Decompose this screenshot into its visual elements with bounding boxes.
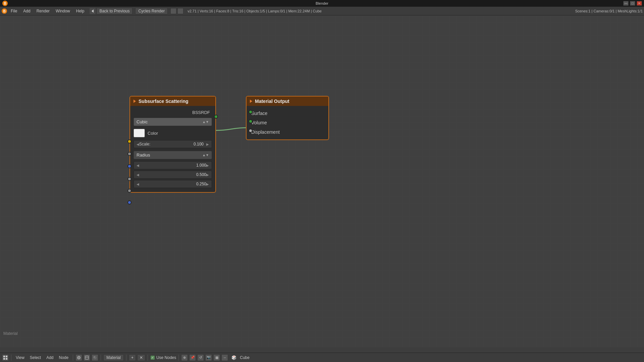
add-material-button[interactable]: + bbox=[129, 354, 136, 361]
right-status: Scenes:1 | Cameras:0/1 | MeshLights:1/1 bbox=[575, 9, 643, 13]
snap-icon[interactable] bbox=[75, 354, 82, 361]
cycles-render-dropdown[interactable]: Cycles Render bbox=[135, 8, 168, 14]
window-menu[interactable]: Window bbox=[53, 8, 73, 14]
socket-scale-input[interactable] bbox=[127, 152, 131, 156]
radius1-value: 1.000 bbox=[139, 163, 206, 168]
svg-text:B: B bbox=[4, 2, 6, 5]
view-menu-bottom[interactable]: View bbox=[14, 355, 26, 361]
title-bar: B Blender — □ ✕ bbox=[0, 0, 644, 7]
node-sss-header[interactable]: Subsurface Scattering bbox=[130, 97, 215, 106]
radius-field-1[interactable]: ◀ 1.000 ▶ bbox=[133, 161, 212, 169]
camera-icon[interactable]: 📷 bbox=[205, 354, 212, 361]
node-editor-icon[interactable] bbox=[2, 354, 9, 361]
material-icon[interactable] bbox=[92, 354, 98, 361]
radius2-left-arrow[interactable]: ◀ bbox=[137, 173, 139, 177]
separator-3 bbox=[101, 355, 101, 361]
help-menu[interactable]: Help bbox=[73, 8, 87, 14]
separator-5 bbox=[148, 355, 148, 361]
socket-displacement-input[interactable] bbox=[249, 129, 253, 133]
socket-radius3-input[interactable] bbox=[127, 200, 131, 204]
node-sss-title: Subsurface Scattering bbox=[139, 99, 189, 104]
texture-icon[interactable] bbox=[84, 354, 90, 361]
status-info: v2.71 | Verts:16 | Faces:8 | Tris:16 | O… bbox=[187, 9, 322, 13]
use-nodes-row: ✓ Use Nodes bbox=[150, 355, 176, 360]
surface-label: Surface bbox=[251, 111, 267, 116]
socket-volume-input[interactable] bbox=[249, 119, 253, 123]
radius1-right-arrow[interactable]: ▶ bbox=[206, 164, 209, 167]
maximize-button[interactable]: □ bbox=[630, 1, 635, 6]
render-menu[interactable]: Render bbox=[34, 8, 52, 14]
center-icon[interactable]: ⊕ bbox=[181, 354, 188, 361]
node-collapse-icon[interactable] bbox=[133, 100, 136, 103]
svg-text:B: B bbox=[3, 9, 5, 13]
material-dropdown[interactable]: Material bbox=[103, 354, 124, 361]
socket-color-input[interactable] bbox=[127, 139, 131, 143]
scale-left-arrow[interactable]: ◀ bbox=[137, 142, 139, 146]
svg-rect-6 bbox=[3, 356, 5, 357]
svg-point-11 bbox=[78, 357, 79, 358]
pin-icon[interactable]: 📌 bbox=[189, 354, 196, 361]
add-menu[interactable]: Add bbox=[20, 8, 33, 14]
menu-bar: B File Add Render Window Help Back to Pr… bbox=[0, 7, 644, 15]
node-sss-body: BSSRDF Cubic ▲▼ Color ◀ Scale: 0.100 bbox=[130, 106, 215, 192]
window-controls: — □ ✕ bbox=[623, 1, 642, 6]
node-subsurface-scattering: Subsurface Scattering BSSRDF Cubic ▲▼ Co… bbox=[129, 96, 216, 193]
back-to-previous-button[interactable]: Back to Previous bbox=[96, 8, 132, 14]
radius-dropdown-row: Radius ▲▼ bbox=[133, 151, 212, 159]
color-row: Color bbox=[133, 129, 212, 137]
socket-radius2-input[interactable] bbox=[127, 189, 131, 193]
separator-4 bbox=[126, 355, 126, 361]
node-editor-canvas[interactable]: Subsurface Scattering BSSRDF Cubic ▲▼ Co… bbox=[0, 15, 644, 347]
radius-label: Radius bbox=[137, 153, 150, 158]
socket-radius1-input[interactable] bbox=[127, 177, 131, 181]
volume-row: Volume bbox=[251, 118, 324, 127]
socket-surface-input[interactable] bbox=[249, 110, 253, 114]
refresh-icon[interactable]: ↺ bbox=[197, 354, 204, 361]
dropdown-arrow-icon: ▲▼ bbox=[202, 120, 209, 124]
scatter-type-value: Cubic bbox=[137, 119, 148, 124]
node-output-collapse-icon[interactable] bbox=[250, 100, 252, 103]
radius1-left-arrow[interactable]: ◀ bbox=[137, 164, 139, 167]
socket-bssrdf-output[interactable] bbox=[214, 115, 218, 119]
color-swatch[interactable] bbox=[133, 129, 145, 137]
node-output-title: Material Output bbox=[255, 99, 289, 104]
node-output-header[interactable]: Material Output bbox=[247, 97, 328, 106]
svg-rect-12 bbox=[85, 356, 89, 359]
displacement-row: Displacement bbox=[251, 127, 324, 137]
scale-row: ◀ Scale: 0.100 ▶ bbox=[133, 140, 212, 148]
add-menu-bottom[interactable]: Add bbox=[44, 355, 55, 361]
close-button[interactable]: ✕ bbox=[637, 1, 642, 6]
svg-rect-9 bbox=[6, 358, 7, 360]
node-menu-bottom[interactable]: Node bbox=[57, 355, 71, 361]
scale-right-arrow[interactable]: ▶ bbox=[206, 142, 209, 146]
grid-icon[interactable]: ▦ bbox=[213, 354, 220, 361]
radius-field-2[interactable]: ◀ 0.500 ▶ bbox=[133, 171, 212, 179]
use-nodes-checkbox[interactable]: ✓ bbox=[150, 355, 155, 360]
separator-2 bbox=[73, 355, 73, 361]
file-menu[interactable]: File bbox=[8, 8, 20, 14]
radius3-left-arrow[interactable]: ◀ bbox=[137, 182, 139, 186]
remove-material-button[interactable]: ✕ bbox=[137, 354, 145, 361]
radius2-right-arrow[interactable]: ▶ bbox=[206, 173, 209, 177]
view-icon[interactable] bbox=[177, 8, 183, 14]
radius3-right-arrow[interactable]: ▶ bbox=[206, 182, 209, 186]
arrow-icon[interactable]: ↔ bbox=[221, 354, 228, 361]
use-nodes-label: Use Nodes bbox=[156, 355, 176, 360]
bssrdf-label: BSSRDF bbox=[133, 109, 212, 116]
blender-menu-logo-icon: B bbox=[1, 8, 7, 14]
scatter-type-dropdown[interactable]: Cubic ▲▼ bbox=[133, 118, 212, 126]
select-menu-bottom[interactable]: Select bbox=[28, 355, 43, 361]
display-mode-icon[interactable] bbox=[170, 8, 176, 14]
socket-radius-input[interactable] bbox=[127, 164, 131, 168]
scatter-type-row: Cubic ▲▼ bbox=[133, 118, 212, 126]
radius-dropdown[interactable]: Radius ▲▼ bbox=[133, 151, 212, 159]
color-label: Color bbox=[148, 131, 158, 136]
separator-1 bbox=[11, 355, 11, 361]
minimize-button[interactable]: — bbox=[623, 1, 629, 6]
node-material-output: Material Output Surface Volume Displacem… bbox=[246, 96, 329, 140]
svg-point-14 bbox=[93, 356, 97, 359]
surface-row: Surface bbox=[251, 109, 324, 118]
scale-field[interactable]: ◀ Scale: 0.100 ▶ bbox=[133, 140, 212, 148]
separator-6 bbox=[178, 355, 179, 361]
radius-field-3[interactable]: ◀ 0.250 ▶ bbox=[133, 180, 212, 188]
